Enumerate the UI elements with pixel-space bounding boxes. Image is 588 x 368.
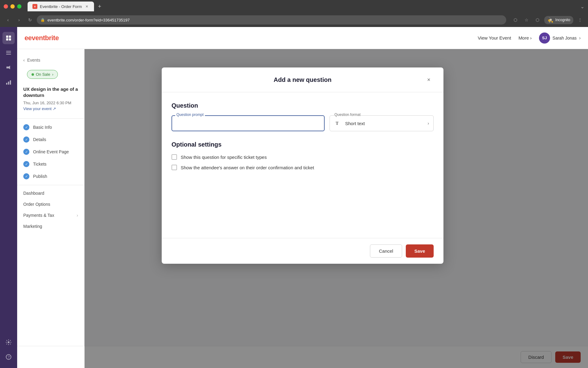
checkbox-specific-tickets[interactable]: [172, 154, 177, 160]
browser-titlebar: e Eventbrite - Order Form ✕ + ⌄: [0, 0, 588, 13]
add-question-modal: Add a new question × Question Question p…: [162, 67, 443, 264]
lock-icon: 🔒: [40, 18, 45, 22]
nav-check-details: ✓: [23, 136, 29, 143]
header-actions: View Your Event More › SJ Sarah Jonas ›: [478, 33, 581, 44]
save-button[interactable]: Save: [406, 244, 434, 258]
back-nav-button[interactable]: ‹: [4, 16, 12, 24]
sidebar-icon-settings[interactable]: [2, 336, 15, 348]
nav-label-dashboard: Dashboard: [23, 191, 44, 196]
checkbox-label-2: Show the attendee's answer on their orde…: [181, 165, 314, 170]
incognito-badge: 🕵 Incognito: [544, 16, 573, 24]
svg-rect-3: [9, 38, 11, 40]
back-label: Events: [27, 58, 40, 63]
nav-label-payments-tax: Payments & Tax: [23, 213, 54, 218]
svg-rect-8: [8, 82, 9, 85]
payments-expand-icon: ›: [77, 213, 78, 218]
sidebar-icon-help[interactable]: ?: [2, 351, 15, 363]
nav-label-marketing: Marketing: [23, 224, 42, 229]
svg-rect-1: [9, 36, 11, 38]
back-arrow-icon: ‹: [23, 58, 25, 63]
svg-rect-4: [6, 51, 11, 52]
back-to-events-link[interactable]: ‹ Events: [17, 55, 84, 65]
svg-rect-7: [6, 83, 7, 85]
cancel-button[interactable]: Cancel: [370, 244, 402, 258]
more-button[interactable]: More ›: [518, 35, 532, 40]
svg-point-10: [8, 341, 9, 343]
browser-tab[interactable]: e Eventbrite - Order Form ✕: [28, 2, 94, 11]
modal-body: Question Question prompt Question format: [162, 92, 443, 238]
extension-icon[interactable]: ⬡: [533, 16, 542, 24]
nav-item-dashboard[interactable]: Dashboard: [17, 188, 84, 199]
checkbox-row-2: Show the attendee's answer on their orde…: [172, 165, 434, 170]
view-your-event-link[interactable]: View your event ↗: [17, 106, 84, 116]
minimize-traffic-light[interactable]: [10, 4, 15, 9]
question-prompt-label: Question prompt: [175, 113, 205, 117]
user-name-text: Sarah Jonas: [552, 36, 577, 40]
svg-rect-9: [10, 80, 11, 85]
bookmark-icon[interactable]: ☆: [522, 16, 531, 24]
new-tab-button[interactable]: +: [95, 2, 104, 11]
nav-item-payments-tax[interactable]: Payments & Tax ›: [17, 210, 84, 221]
event-status-badge[interactable]: On Sale ›: [27, 70, 58, 79]
nav-label-online-event: Online Event Page: [33, 149, 69, 154]
reload-button[interactable]: ↻: [26, 16, 34, 24]
question-prompt-input[interactable]: [172, 115, 325, 131]
format-value: Short text: [345, 121, 424, 126]
nav-label-basic-info: Basic Info: [33, 125, 52, 130]
sidebar-icon-home[interactable]: [2, 32, 15, 44]
traffic-lights: [4, 4, 21, 9]
cast-icon[interactable]: ⬡: [511, 16, 520, 24]
checkbox-row-1: Show this question for specific ticket t…: [172, 154, 434, 160]
address-bar[interactable]: 🔒 eventbrite.com/order-form?eid=33645173…: [37, 15, 506, 25]
nav-item-online-event[interactable]: ✓ Online Event Page: [17, 146, 84, 158]
nav-item-details[interactable]: ✓ Details: [17, 133, 84, 146]
nav-check-publish: ✓: [23, 173, 29, 179]
question-prompt-wrapper: Question prompt: [172, 115, 325, 131]
view-event-button[interactable]: View Your Event: [478, 35, 511, 40]
close-traffic-light[interactable]: [4, 4, 8, 9]
nav-item-basic-info[interactable]: ✓ Basic Info: [17, 121, 84, 133]
content-area: ‹ Events On Sale › UX design in the age …: [17, 49, 588, 368]
checkbox-show-answer[interactable]: [172, 165, 177, 170]
url-text: eventbrite.com/order-form?eid=3364517351…: [47, 18, 130, 22]
sidebar-icon-list[interactable]: [2, 47, 15, 59]
nav-item-publish[interactable]: ✓ Publish: [17, 170, 84, 182]
browser-toolbar: ‹ › ↻ 🔒 eventbrite.com/order-form?eid=33…: [0, 13, 588, 27]
left-nav-panel: ‹ Events On Sale › UX design in the age …: [17, 49, 85, 368]
tab-close-button[interactable]: ✕: [84, 4, 89, 9]
svg-rect-2: [6, 38, 8, 40]
main-content: Add a new question × Question Question p…: [85, 49, 588, 368]
browser-chrome: e Eventbrite - Order Form ✕ + ⌄ ‹ › ↻ 🔒 …: [0, 0, 588, 27]
sidebar-icon-chart[interactable]: [2, 76, 15, 88]
nav-check-basic-info: ✓: [23, 124, 29, 130]
tab-favicon: e: [32, 4, 37, 9]
user-chevron-icon: ›: [579, 35, 581, 41]
nav-item-order-options[interactable]: Order Options: [17, 199, 84, 210]
nav-label-order-options: Order Options: [23, 202, 50, 207]
menu-icon[interactable]: ⋮: [576, 16, 584, 24]
format-text-icon: T: [334, 120, 341, 127]
format-chevron-icon: ›: [428, 121, 429, 126]
nav-item-tickets[interactable]: ✓ Tickets: [17, 158, 84, 170]
nav-label-tickets: Tickets: [33, 162, 47, 167]
question-section-title: Question: [172, 102, 434, 109]
modal-overlay[interactable]: Add a new question × Question Question p…: [85, 49, 588, 368]
view-event-link-text: View your event: [23, 106, 51, 111]
status-label: On Sale: [36, 72, 50, 77]
maximize-traffic-light[interactable]: [17, 4, 21, 9]
eventbrite-logo: eeventbrite: [24, 34, 59, 42]
sidebar-icon-megaphone[interactable]: [2, 61, 15, 74]
app-layout: ? eeventbrite View Your Event More › SJ …: [0, 27, 588, 368]
svg-rect-6: [6, 54, 11, 55]
collapse-button[interactable]: ⌄: [580, 4, 584, 10]
modal-title: Add a new question: [181, 76, 424, 83]
modal-close-button[interactable]: ×: [424, 75, 434, 85]
optional-section-title: Optional settings: [172, 141, 434, 148]
nav-item-marketing[interactable]: Marketing: [17, 221, 84, 232]
question-format-select[interactable]: T Short text ›: [330, 115, 434, 131]
nav-label-publish: Publish: [33, 174, 47, 179]
user-profile[interactable]: SJ Sarah Jonas ›: [539, 33, 581, 44]
nav-divider-1: [17, 118, 84, 119]
nav-check-tickets: ✓: [23, 161, 29, 167]
forward-nav-button[interactable]: ›: [15, 16, 23, 24]
